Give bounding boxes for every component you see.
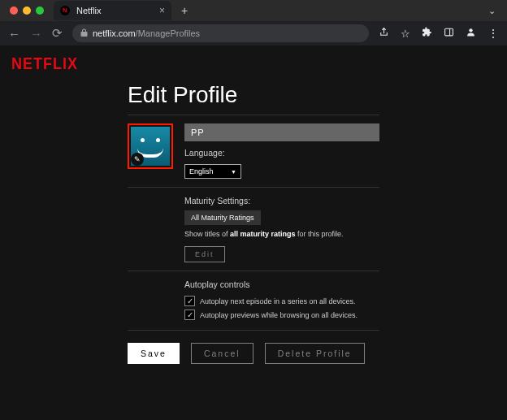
panel-icon[interactable] <box>444 27 454 40</box>
profile-name-input[interactable] <box>184 123 379 141</box>
close-tab-icon[interactable]: × <box>159 5 165 16</box>
maturity-description: Show titles of all maturity ratings for … <box>184 230 379 238</box>
autoplay-title: Autoplay controls <box>184 279 379 289</box>
toolbar: ← → ⟳ netflix.com/ManageProfiles ☆ <box>0 21 507 45</box>
url-text: netflix.com/ManageProfiles <box>93 28 200 38</box>
toolbar-right: ☆ ⋮ <box>379 27 499 40</box>
edit-avatar-icon[interactable]: ✎ <box>131 153 144 166</box>
checkbox-icon[interactable]: ✓ <box>184 296 195 306</box>
new-tab-button[interactable]: + <box>176 4 193 17</box>
svg-rect-0 <box>445 28 453 36</box>
svg-point-2 <box>469 28 472 32</box>
checkbox-icon[interactable]: ✓ <box>184 310 195 320</box>
maturity-rating-chip: All Maturity Ratings <box>184 210 261 225</box>
language-select[interactable]: English ▼ <box>184 164 241 179</box>
edit-maturity-button[interactable]: Edit <box>184 246 225 262</box>
back-button[interactable]: ← <box>8 27 20 41</box>
cancel-button[interactable]: Cancel <box>191 343 254 364</box>
kebab-menu-icon[interactable]: ⋮ <box>488 27 499 40</box>
language-label: Language: <box>184 148 379 158</box>
share-icon[interactable] <box>379 27 389 40</box>
close-window-icon[interactable] <box>10 6 18 15</box>
page-content: Edit Profile ✎ Language: English ▼ <box>0 82 507 364</box>
save-button[interactable]: Save <box>128 343 180 364</box>
tabs-overflow-icon[interactable]: ⌄ <box>477 6 507 16</box>
browser-chrome: N Netflix × + ⌄ ← → ⟳ netflix.com/Manage… <box>0 0 507 45</box>
profile-avatar-icon[interactable] <box>466 27 476 40</box>
autoplay-next-label: Autoplay next episode in a series on all… <box>200 297 356 305</box>
tab-title: Netflix <box>76 6 153 15</box>
minimize-window-icon[interactable] <box>23 6 31 15</box>
netflix-logo[interactable]: NETFLIX <box>11 54 496 73</box>
profile-avatar[interactable]: ✎ <box>128 123 173 169</box>
favicon-icon: N <box>60 6 70 15</box>
language-value: English <box>189 167 214 175</box>
page-title: Edit Profile <box>128 82 379 108</box>
maturity-section: Maturity Settings: All Maturity Ratings … <box>128 188 379 271</box>
forward-button[interactable]: → <box>30 27 42 41</box>
autoplay-previews-row[interactable]: ✓ Autoplay previews while browsing on al… <box>184 308 379 322</box>
browser-tab[interactable]: N Netflix × <box>54 1 171 20</box>
window-traffic-lights <box>5 6 49 15</box>
reload-button[interactable]: ⟳ <box>52 26 63 41</box>
maturity-title: Maturity Settings: <box>184 196 379 206</box>
action-button-row: Save Cancel Delete Profile <box>128 331 379 364</box>
address-bar[interactable]: netflix.com/ManageProfiles <box>72 24 369 42</box>
autoplay-section: Autoplay controls ✓ Autoplay next episod… <box>128 271 379 331</box>
dropdown-caret-icon: ▼ <box>231 169 236 175</box>
extensions-icon[interactable] <box>422 27 432 40</box>
profile-top-row: ✎ Language: English ▼ <box>128 115 379 188</box>
star-icon[interactable]: ☆ <box>401 28 410 40</box>
tab-strip: N Netflix × + ⌄ <box>0 0 507 21</box>
maximize-window-icon[interactable] <box>36 6 44 15</box>
lock-icon <box>80 28 88 38</box>
autoplay-previews-label: Autoplay previews while browsing on all … <box>200 311 358 319</box>
autoplay-next-row[interactable]: ✓ Autoplay next episode in a series on a… <box>184 294 379 308</box>
delete-profile-button[interactable]: Delete Profile <box>265 343 365 364</box>
netflix-header: NETFLIX <box>0 45 507 82</box>
